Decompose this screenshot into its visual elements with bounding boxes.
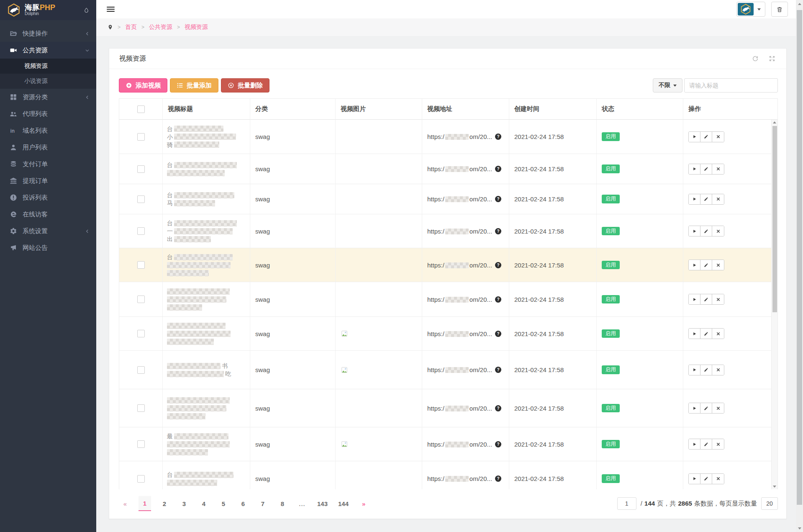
table-scroll-up-arrow[interactable]: [772, 120, 777, 125]
play-button[interactable]: [689, 403, 700, 413]
delete-button[interactable]: [712, 194, 724, 204]
page-link[interactable]: 144: [336, 496, 350, 511]
breadcrumb-link[interactable]: 公共资源: [149, 23, 172, 31]
trash-button[interactable]: [771, 2, 788, 17]
edit-button[interactable]: [700, 132, 712, 142]
play-button[interactable]: [689, 365, 700, 375]
row-checkbox[interactable]: [137, 366, 145, 374]
breadcrumb-link[interactable]: 视频资源: [185, 23, 208, 31]
delete-button[interactable]: [712, 474, 724, 484]
sidebar-item[interactable]: 公共资源: [0, 42, 96, 59]
select-all-checkbox[interactable]: [137, 105, 145, 113]
edit-button[interactable]: [700, 164, 712, 174]
page-link[interactable]: 8: [276, 496, 289, 511]
row-checkbox[interactable]: [137, 296, 145, 303]
table-scrollbar-thumb[interactable]: [772, 126, 777, 312]
refresh-icon[interactable]: [752, 55, 759, 62]
user-menu-button[interactable]: [736, 2, 765, 17]
play-button[interactable]: [689, 132, 700, 142]
row-checkbox[interactable]: [137, 133, 145, 141]
delete-button[interactable]: [712, 365, 724, 375]
url-help-icon[interactable]: ?: [495, 196, 501, 202]
play-button[interactable]: [689, 164, 700, 174]
edit-button[interactable]: [700, 403, 712, 413]
brand-logo[interactable]: 海豚PHP Dolphin: [0, 0, 96, 20]
page-link[interactable]: 7: [257, 496, 269, 511]
sidebar-subitem[interactable]: 视频资源: [0, 59, 96, 74]
table-scroll-down-arrow[interactable]: [772, 484, 777, 489]
sidebar-item[interactable]: 用户列表: [0, 139, 96, 156]
url-help-icon[interactable]: ?: [495, 262, 501, 268]
play-button[interactable]: [689, 194, 700, 204]
delete-button[interactable]: [712, 294, 724, 304]
current-page[interactable]: 1: [139, 496, 151, 511]
row-checkbox[interactable]: [137, 404, 145, 412]
delete-button[interactable]: [712, 164, 724, 174]
page-scrollbar-thumb[interactable]: [797, 10, 802, 505]
next-page-button[interactable]: »: [357, 496, 370, 511]
sidebar-item[interactable]: 系统设置: [0, 223, 96, 239]
sidebar-subitem[interactable]: 小说资源: [0, 74, 96, 89]
title-search-input[interactable]: [684, 78, 778, 93]
url-help-icon[interactable]: ?: [495, 475, 501, 482]
url-help-icon[interactable]: ?: [495, 367, 501, 373]
category-filter-dropdown[interactable]: 不限: [653, 78, 682, 93]
url-help-icon[interactable]: ?: [495, 228, 501, 234]
url-help-icon[interactable]: ?: [495, 405, 501, 411]
prev-page-button[interactable]: «: [119, 496, 131, 511]
sidebar-item[interactable]: 代理列表: [0, 105, 96, 122]
delete-button[interactable]: [712, 439, 724, 449]
edit-button[interactable]: [700, 439, 712, 449]
sidebar-item[interactable]: 网站公告: [0, 239, 96, 256]
batch-add-button[interactable]: 批量添加: [170, 78, 218, 93]
page-link[interactable]: 4: [198, 496, 210, 511]
url-help-icon[interactable]: ?: [495, 331, 501, 337]
expand-icon[interactable]: [769, 55, 775, 62]
row-checkbox[interactable]: [137, 165, 145, 173]
page-size-input[interactable]: [761, 497, 778, 510]
sidebar-item[interactable]: 支付订单: [0, 156, 96, 172]
edit-button[interactable]: [700, 194, 712, 204]
delete-button[interactable]: [712, 329, 724, 339]
play-button[interactable]: [689, 260, 700, 270]
delete-button[interactable]: [712, 403, 724, 413]
play-button[interactable]: [689, 294, 700, 304]
page-link[interactable]: 2: [158, 496, 171, 511]
page-link[interactable]: 3: [178, 496, 190, 511]
sidebar-toggle-button[interactable]: [107, 5, 115, 13]
play-button[interactable]: [689, 329, 700, 339]
edit-button[interactable]: [700, 365, 712, 375]
url-help-icon[interactable]: ?: [495, 296, 501, 303]
delete-button[interactable]: [712, 132, 724, 142]
page-link[interactable]: 5: [217, 496, 230, 511]
edit-button[interactable]: [700, 226, 712, 236]
play-button[interactable]: [689, 226, 700, 236]
add-video-button[interactable]: 添加视频: [119, 78, 167, 93]
edit-button[interactable]: [700, 329, 712, 339]
table-scrollbar[interactable]: [771, 120, 777, 489]
edit-button[interactable]: [700, 260, 712, 270]
row-checkbox[interactable]: [137, 475, 145, 483]
page-scrollbar[interactable]: [796, 0, 803, 532]
page-link[interactable]: 6: [237, 496, 249, 511]
url-help-icon[interactable]: ?: [495, 134, 501, 140]
play-button[interactable]: [689, 474, 700, 484]
sidebar-item[interactable]: 快捷操作: [0, 25, 96, 42]
delete-button[interactable]: [712, 260, 724, 270]
sidebar-item[interactable]: 投诉列表: [0, 189, 96, 206]
url-help-icon[interactable]: ?: [495, 166, 501, 172]
page-jump-input[interactable]: [617, 497, 636, 510]
edit-button[interactable]: [700, 474, 712, 484]
url-help-icon[interactable]: ?: [495, 441, 501, 447]
sidebar-item[interactable]: in域名列表: [0, 122, 96, 139]
delete-button[interactable]: [712, 226, 724, 236]
scroll-up-arrow[interactable]: [796, 0, 803, 7]
batch-delete-button[interactable]: 批量删除: [221, 78, 269, 93]
scroll-down-arrow[interactable]: [796, 525, 803, 532]
row-checkbox[interactable]: [137, 195, 145, 203]
play-button[interactable]: [689, 439, 700, 449]
user-avatar[interactable]: [738, 3, 754, 15]
page-link[interactable]: 143: [316, 496, 329, 511]
row-checkbox[interactable]: [137, 330, 145, 337]
sidebar-item[interactable]: 在线访客: [0, 206, 96, 223]
